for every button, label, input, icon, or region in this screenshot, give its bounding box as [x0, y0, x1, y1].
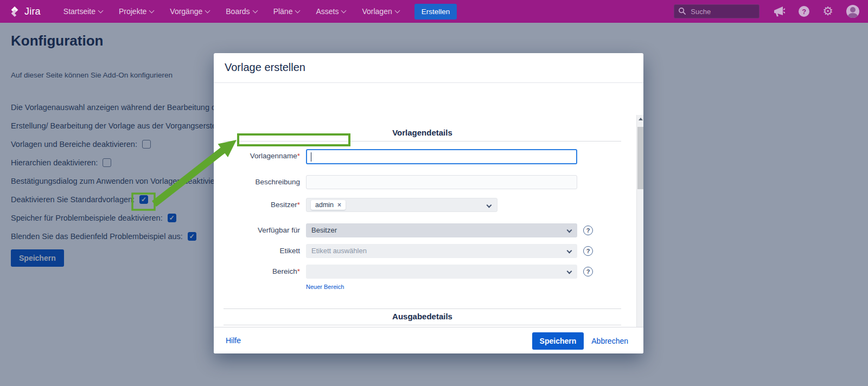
text-cursor [311, 152, 311, 162]
avatar-head [850, 7, 856, 12]
logo-text: Jira [24, 6, 41, 17]
create-button[interactable]: Erstellen [414, 4, 457, 20]
nav-item-vorlagen[interactable]: Vorlagen [362, 7, 399, 16]
jira-logo-icon [9, 5, 21, 17]
scroll-up-icon[interactable] [639, 118, 643, 120]
help-icon[interactable]: ? [583, 226, 593, 235]
dialog-cancel-link[interactable]: Abbrechen [591, 337, 628, 345]
chevron-down-icon [98, 8, 104, 14]
chevron-down-icon [341, 8, 347, 14]
field-row-available-for: Verfügbar für Besitzer ? [214, 223, 626, 237]
user-avatar[interactable] [846, 5, 859, 18]
help-icon[interactable]: ? [583, 267, 593, 276]
chevron-down-icon [295, 8, 301, 14]
section-title-details: Vorlagendetails [224, 128, 621, 137]
jira-logo[interactable]: Jira [9, 5, 41, 17]
gear-icon[interactable]: ⚙ [822, 5, 833, 17]
field-row-scope: Bereich* ? [214, 265, 626, 279]
required-asterisk: * [297, 152, 300, 160]
chevron-down-icon [567, 228, 572, 233]
help-link[interactable]: Hilfe [226, 336, 241, 345]
nav-item-boards[interactable]: Boards [226, 7, 257, 16]
owner-multiselect[interactable]: admin × [306, 198, 497, 212]
nav-item-plaene[interactable]: Pläne [273, 7, 300, 16]
dialog-scrollbar[interactable] [636, 115, 643, 327]
chevron-down-icon [567, 269, 572, 274]
available-for-select[interactable]: Besitzer [306, 223, 577, 237]
search-box [674, 4, 760, 18]
nav-item-assets[interactable]: Assets [316, 7, 346, 16]
chevron-down-icon [149, 8, 155, 14]
nav-item-projekte[interactable]: Projekte [119, 7, 154, 16]
search-input[interactable] [674, 4, 760, 18]
required-asterisk: * [297, 201, 300, 209]
dialog-title: Vorlage erstellen [225, 61, 305, 74]
scope-select[interactable] [306, 265, 577, 279]
remove-tag-icon[interactable]: × [337, 202, 341, 208]
field-row-label: Etikett Etikett auswählen ? [214, 244, 626, 258]
chevron-down-icon [205, 8, 210, 14]
megaphone-icon[interactable] [773, 5, 786, 17]
dialog-footer: Hilfe Speichern Abbrechen [214, 327, 643, 353]
required-asterisk: * [297, 267, 300, 275]
section-divider [224, 308, 621, 309]
dialog-save-button[interactable]: Speichern [532, 332, 584, 350]
help-icon[interactable]: ? [799, 6, 809, 17]
field-row-owner: Besitzer* admin × [214, 198, 626, 212]
nav-item-startseite[interactable]: Startseite [63, 7, 103, 16]
new-scope-link[interactable]: Neuer Bereich [306, 284, 344, 290]
avatar-body [848, 13, 858, 18]
help-icon[interactable]: ? [583, 246, 593, 256]
description-input[interactable] [306, 175, 577, 189]
nav-menu: Startseite Projekte Vorgänge Boards Plän… [63, 7, 399, 16]
dialog-header: Vorlage erstellen [214, 53, 643, 83]
section-divider [224, 325, 621, 325]
chevron-down-icon [487, 203, 492, 208]
owner-tag: admin × [311, 200, 346, 210]
dialog-body: Vorlagendetails Vorlagenname* Beschreibu… [214, 83, 643, 327]
label-select[interactable]: Etikett auswählen [306, 244, 577, 258]
field-row-name: Vorlagenname* [214, 149, 626, 163]
chevron-down-icon [394, 8, 400, 14]
nav-item-vorgaenge[interactable]: Vorgänge [170, 7, 209, 16]
field-row-description: Beschreibung [214, 175, 626, 189]
create-template-dialog: Vorlage erstellen Vorlagendetails Vorlag… [214, 53, 643, 353]
search-icon [678, 7, 686, 15]
scrollbar-thumb[interactable] [637, 127, 643, 189]
template-name-input[interactable] [306, 149, 577, 164]
section-title-output: Ausgabedetails [224, 312, 621, 321]
chevron-down-icon [567, 248, 572, 254]
section-divider [224, 141, 621, 141]
chevron-down-icon [252, 8, 258, 14]
top-navbar: Jira Startseite Projekte Vorgänge Boards… [0, 0, 868, 23]
